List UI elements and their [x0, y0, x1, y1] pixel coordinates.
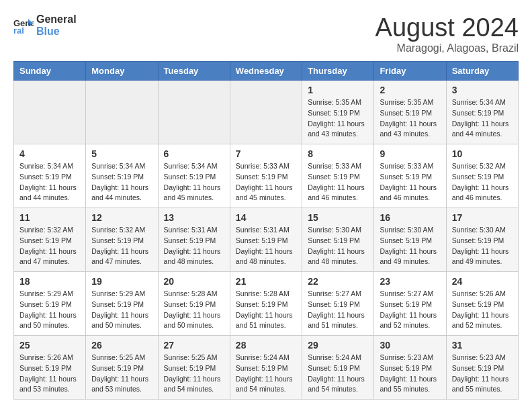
calendar-week-row: 11Sunrise: 5:32 AM Sunset: 5:19 PM Dayli…: [14, 208, 519, 272]
day-number: 12: [91, 212, 152, 223]
calendar-cell: 15Sunrise: 5:30 AM Sunset: 5:19 PM Dayli…: [302, 208, 374, 272]
logo-icon: Gene ral: [13, 17, 34, 34]
calendar-week-row: 4Sunrise: 5:34 AM Sunset: 5:19 PM Daylig…: [14, 144, 519, 208]
day-number: 16: [380, 212, 440, 223]
day-info: Sunrise: 5:35 AM Sunset: 5:19 PM Dayligh…: [380, 97, 440, 140]
day-number: 28: [236, 340, 296, 351]
calendar-cell: 1Sunrise: 5:35 AM Sunset: 5:19 PM Daylig…: [302, 81, 374, 144]
calendar-cell: 3Sunrise: 5:34 AM Sunset: 5:19 PM Daylig…: [446, 81, 518, 144]
calendar-cell: 28Sunrise: 5:24 AM Sunset: 5:19 PM Dayli…: [230, 336, 302, 400]
day-info: Sunrise: 5:29 AM Sunset: 5:19 PM Dayligh…: [91, 289, 152, 331]
day-number: 9: [380, 148, 440, 159]
day-number: 22: [308, 276, 368, 287]
day-info: Sunrise: 5:33 AM Sunset: 5:19 PM Dayligh…: [380, 161, 440, 203]
day-number: 23: [380, 276, 440, 287]
day-info: Sunrise: 5:27 AM Sunset: 5:19 PM Dayligh…: [380, 289, 440, 331]
day-number: 15: [308, 212, 368, 223]
day-number: 1: [308, 85, 368, 95]
weekday-header: Tuesday: [158, 62, 230, 81]
day-info: Sunrise: 5:25 AM Sunset: 5:19 PM Dayligh…: [91, 353, 152, 395]
day-number: 14: [236, 212, 296, 223]
location: Maragogi, Alagoas, Brazil: [375, 42, 519, 54]
day-number: 5: [91, 148, 152, 159]
calendar-cell: 25Sunrise: 5:26 AM Sunset: 5:19 PM Dayli…: [14, 336, 86, 400]
day-number: 10: [452, 148, 513, 159]
day-info: Sunrise: 5:35 AM Sunset: 5:19 PM Dayligh…: [308, 97, 368, 140]
day-number: 6: [164, 148, 224, 159]
day-info: Sunrise: 5:28 AM Sunset: 5:19 PM Dayligh…: [164, 289, 224, 331]
day-number: 13: [164, 212, 224, 223]
day-number: 8: [308, 148, 368, 159]
calendar-cell: 9Sunrise: 5:33 AM Sunset: 5:19 PM Daylig…: [374, 144, 446, 208]
day-info: Sunrise: 5:32 AM Sunset: 5:19 PM Dayligh…: [19, 225, 80, 267]
logo: Gene ral General Blue: [13, 13, 77, 37]
calendar-week-row: 18Sunrise: 5:29 AM Sunset: 5:19 PM Dayli…: [14, 272, 519, 336]
day-number: 24: [452, 276, 513, 287]
logo-text-line1: General: [36, 13, 77, 26]
calendar-cell: 23Sunrise: 5:27 AM Sunset: 5:19 PM Dayli…: [374, 272, 446, 336]
calendar-cell: 6Sunrise: 5:34 AM Sunset: 5:19 PM Daylig…: [158, 144, 230, 208]
calendar-cell: 31Sunrise: 5:23 AM Sunset: 5:19 PM Dayli…: [446, 336, 518, 400]
day-info: Sunrise: 5:27 AM Sunset: 5:19 PM Dayligh…: [308, 289, 368, 331]
calendar-cell: 8Sunrise: 5:33 AM Sunset: 5:19 PM Daylig…: [302, 144, 374, 208]
weekday-header: Saturday: [446, 62, 518, 81]
day-number: 20: [164, 276, 224, 287]
day-number: 7: [236, 148, 296, 159]
day-info: Sunrise: 5:32 AM Sunset: 5:19 PM Dayligh…: [91, 225, 152, 267]
day-number: 11: [19, 212, 80, 223]
calendar-cell: 24Sunrise: 5:26 AM Sunset: 5:19 PM Dayli…: [446, 272, 518, 336]
month-title: August 2024: [375, 13, 519, 42]
calendar-cell: 13Sunrise: 5:31 AM Sunset: 5:19 PM Dayli…: [158, 208, 230, 272]
weekday-header: Thursday: [302, 62, 374, 81]
day-number: 29: [308, 340, 368, 351]
day-info: Sunrise: 5:31 AM Sunset: 5:19 PM Dayligh…: [236, 225, 296, 267]
calendar-week-row: 1Sunrise: 5:35 AM Sunset: 5:19 PM Daylig…: [14, 81, 519, 144]
day-number: 4: [19, 148, 80, 159]
day-info: Sunrise: 5:23 AM Sunset: 5:19 PM Dayligh…: [452, 353, 513, 395]
calendar-cell: 26Sunrise: 5:25 AM Sunset: 5:19 PM Dayli…: [86, 336, 158, 400]
day-info: Sunrise: 5:24 AM Sunset: 5:19 PM Dayligh…: [236, 353, 296, 395]
calendar-cell: 2Sunrise: 5:35 AM Sunset: 5:19 PM Daylig…: [374, 81, 446, 144]
title-block: August 2024 Maragogi, Alagoas, Brazil: [375, 13, 519, 54]
day-number: 21: [236, 276, 296, 287]
calendar-cell: [230, 81, 302, 144]
calendar-cell: 22Sunrise: 5:27 AM Sunset: 5:19 PM Dayli…: [302, 272, 374, 336]
logo-text-line2: Blue: [36, 26, 77, 38]
calendar-cell: 11Sunrise: 5:32 AM Sunset: 5:19 PM Dayli…: [14, 208, 86, 272]
day-info: Sunrise: 5:34 AM Sunset: 5:19 PM Dayligh…: [164, 161, 224, 203]
day-info: Sunrise: 5:25 AM Sunset: 5:19 PM Dayligh…: [164, 353, 224, 395]
day-number: 25: [19, 340, 80, 351]
calendar-cell: [14, 81, 86, 144]
calendar-cell: 12Sunrise: 5:32 AM Sunset: 5:19 PM Dayli…: [86, 208, 158, 272]
day-info: Sunrise: 5:28 AM Sunset: 5:19 PM Dayligh…: [236, 289, 296, 331]
calendar-cell: 30Sunrise: 5:23 AM Sunset: 5:19 PM Dayli…: [374, 336, 446, 400]
calendar-cell: 18Sunrise: 5:29 AM Sunset: 5:19 PM Dayli…: [14, 272, 86, 336]
calendar-cell: [158, 81, 230, 144]
day-number: 30: [380, 340, 440, 351]
day-info: Sunrise: 5:24 AM Sunset: 5:19 PM Dayligh…: [308, 353, 368, 395]
calendar-cell: 4Sunrise: 5:34 AM Sunset: 5:19 PM Daylig…: [14, 144, 86, 208]
calendar-cell: 20Sunrise: 5:28 AM Sunset: 5:19 PM Dayli…: [158, 272, 230, 336]
day-info: Sunrise: 5:33 AM Sunset: 5:19 PM Dayligh…: [308, 161, 368, 203]
calendar-cell: 17Sunrise: 5:30 AM Sunset: 5:19 PM Dayli…: [446, 208, 518, 272]
calendar-cell: 16Sunrise: 5:30 AM Sunset: 5:19 PM Dayli…: [374, 208, 446, 272]
weekday-header: Sunday: [14, 62, 86, 81]
day-info: Sunrise: 5:34 AM Sunset: 5:19 PM Dayligh…: [19, 161, 80, 203]
day-number: 17: [452, 212, 513, 223]
calendar-cell: 10Sunrise: 5:32 AM Sunset: 5:19 PM Dayli…: [446, 144, 518, 208]
svg-text:ral: ral: [13, 26, 24, 34]
day-number: 18: [19, 276, 80, 287]
day-info: Sunrise: 5:34 AM Sunset: 5:19 PM Dayligh…: [91, 161, 152, 203]
weekday-header-row: SundayMondayTuesdayWednesdayThursdayFrid…: [14, 62, 519, 81]
day-info: Sunrise: 5:30 AM Sunset: 5:19 PM Dayligh…: [452, 225, 513, 267]
day-info: Sunrise: 5:31 AM Sunset: 5:19 PM Dayligh…: [164, 225, 224, 267]
calendar-cell: 7Sunrise: 5:33 AM Sunset: 5:19 PM Daylig…: [230, 144, 302, 208]
day-info: Sunrise: 5:32 AM Sunset: 5:19 PM Dayligh…: [452, 161, 513, 203]
day-number: 31: [452, 340, 513, 351]
calendar-cell: 14Sunrise: 5:31 AM Sunset: 5:19 PM Dayli…: [230, 208, 302, 272]
day-info: Sunrise: 5:29 AM Sunset: 5:19 PM Dayligh…: [19, 289, 80, 331]
calendar-cell: 5Sunrise: 5:34 AM Sunset: 5:19 PM Daylig…: [86, 144, 158, 208]
day-number: 27: [164, 340, 224, 351]
day-number: 19: [91, 276, 152, 287]
day-info: Sunrise: 5:26 AM Sunset: 5:19 PM Dayligh…: [452, 289, 513, 331]
